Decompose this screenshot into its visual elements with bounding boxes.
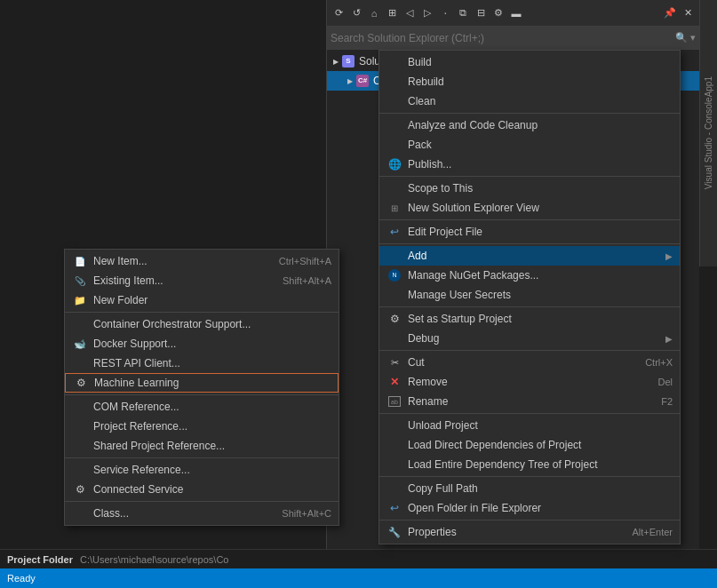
- toolbar-forward-icon[interactable]: ▷: [419, 5, 435, 21]
- add-menu-item-container-orchestrator[interactable]: Container Orchestrator Support...: [65, 314, 339, 334]
- add-menu-item-connected-service[interactable]: ⚙ Connected Service: [65, 480, 339, 499]
- menu-label-add: Add: [408, 250, 662, 262]
- toolbar-close-icon[interactable]: ✕: [680, 5, 696, 21]
- add-separator-3: [65, 457, 339, 458]
- container-orchestrator-icon: [72, 316, 88, 332]
- toolbar-properties-icon[interactable]: ⚙: [490, 5, 506, 21]
- search-box: 🔍 ▾: [327, 27, 699, 50]
- bottom-path-bar: Project Folder C:\Users\michael\source\r…: [0, 549, 717, 568]
- menu-label-load-direct: Load Direct Dependencies of Project: [408, 439, 673, 451]
- separator-2: [379, 176, 680, 177]
- expand-arrow-solution: ▶: [331, 56, 341, 67]
- add-submenu: 📄 New Item... Ctrl+Shift+A 📎 Existing It…: [64, 249, 339, 526]
- menu-item-load-direct[interactable]: Load Direct Dependencies of Project: [379, 435, 680, 455]
- toolbar-back-icon[interactable]: ◁: [402, 5, 418, 21]
- add-menu-item-project-reference[interactable]: Project Reference...: [65, 417, 339, 436]
- toolbar-refresh-icon[interactable]: ↺: [348, 5, 364, 21]
- nuget-icon: N: [386, 267, 402, 283]
- add-separator-1: [65, 312, 339, 313]
- menu-item-clean[interactable]: Clean: [379, 91, 680, 111]
- analyze-icon: [386, 117, 402, 133]
- add-menu-item-com-reference[interactable]: COM Reference...: [65, 397, 339, 417]
- menu-item-open-folder[interactable]: ↩ Open Folder in File Explorer: [379, 498, 680, 518]
- com-reference-icon: [72, 399, 88, 415]
- menu-label-debug: Debug: [408, 332, 662, 345]
- add-menu-label-machine-learning: Machine Learning: [94, 377, 331, 389]
- menu-item-rename[interactable]: ab Rename F2: [379, 392, 680, 411]
- startup-icon: ⚙: [386, 311, 402, 327]
- load-direct-icon: [386, 437, 402, 453]
- add-menu-label-service-reference: Service Reference...: [93, 464, 331, 476]
- menu-label-properties: Properties: [408, 526, 614, 538]
- menu-item-analyze[interactable]: Analyze and Code Cleanup: [379, 115, 680, 135]
- menu-label-rebuild: Rebuild: [408, 75, 673, 88]
- menu-item-edit-project[interactable]: ↩ Edit Project File: [379, 222, 680, 242]
- add-menu-item-shared-project[interactable]: Shared Project Reference...: [65, 436, 339, 456]
- add-menu-label-existing-item: Existing Item...: [93, 274, 265, 287]
- vertical-tab-strip: Visual Studio - ConsoleApp1: [699, 0, 717, 266]
- toolbar-filter-icon[interactable]: ⊟: [473, 5, 489, 21]
- remove-icon: ✕: [386, 374, 402, 390]
- add-menu-item-docker-support[interactable]: 🐋 Docker Support...: [65, 334, 339, 354]
- menu-label-scope: Scope to This: [408, 182, 673, 195]
- toolbar-collapse-icon[interactable]: ▬: [508, 5, 524, 21]
- new-item-icon: 📄: [72, 253, 88, 269]
- menu-item-user-secrets[interactable]: Manage User Secrets: [379, 285, 680, 305]
- menu-item-copy-path[interactable]: Copy Full Path: [379, 479, 680, 498]
- search-button[interactable]: 🔍 ▾: [675, 32, 696, 44]
- add-menu-label-new-item: New Item...: [93, 255, 261, 267]
- menu-item-pack[interactable]: Pack: [379, 135, 680, 155]
- separator-5: [379, 306, 680, 307]
- add-menu-item-new-item[interactable]: 📄 New Item... Ctrl+Shift+A: [65, 251, 339, 271]
- path-value: C:\Users\michael\source\repos\Co: [80, 554, 229, 565]
- menu-label-open-folder: Open Folder in File Explorer: [408, 502, 673, 514]
- menu-item-add[interactable]: Add ▶: [379, 246, 680, 266]
- project-icon: C#: [355, 74, 370, 88]
- toolbar-settings-icon[interactable]: ⬝: [437, 5, 453, 21]
- menu-label-unload: Unload Project: [408, 419, 673, 432]
- menu-item-unload[interactable]: Unload Project: [379, 416, 680, 435]
- vertical-tab-label: Visual Studio - ConsoleApp1: [704, 76, 713, 189]
- add-menu-item-machine-learning[interactable]: ⚙ Machine Learning: [65, 373, 339, 393]
- properties-shortcut: Alt+Enter: [632, 527, 673, 537]
- add-menu-item-new-folder[interactable]: 📁 New Folder: [65, 290, 339, 310]
- add-menu-label-class: Class...: [93, 507, 264, 520]
- menu-item-startup[interactable]: ⚙ Set as Startup Project: [379, 309, 680, 329]
- menu-label-edit-project: Edit Project File: [408, 226, 673, 238]
- toolbar-home-icon[interactable]: ⌂: [366, 5, 382, 21]
- toolbar-sync-icon[interactable]: ⟳: [331, 5, 347, 21]
- menu-item-publish[interactable]: 🌐 Publish...: [379, 155, 680, 174]
- menu-item-rebuild[interactable]: Rebuild: [379, 72, 680, 91]
- context-menu: Build Rebuild Clean Analyze and Code Cle…: [378, 50, 681, 544]
- user-secrets-icon: [386, 287, 402, 303]
- menu-item-load-entire[interactable]: Load Entire Dependency Tree of Project: [379, 455, 680, 474]
- expand-arrow-project: ▶: [345, 75, 355, 86]
- search-input[interactable]: [331, 32, 675, 44]
- copy-path-icon: [386, 481, 402, 497]
- menu-item-build[interactable]: Build: [379, 52, 680, 72]
- separator-7: [379, 413, 680, 414]
- menu-item-remove[interactable]: ✕ Remove Del: [379, 372, 680, 392]
- debug-icon: [386, 330, 402, 346]
- menu-item-debug[interactable]: Debug ▶: [379, 329, 680, 348]
- add-menu-label-com-reference: COM Reference...: [93, 401, 331, 413]
- menu-item-scope[interactable]: Scope to This: [379, 179, 680, 198]
- toolbar-pin-icon[interactable]: 📌: [662, 5, 678, 21]
- menu-label-nuget: Manage NuGet Packages...: [408, 269, 673, 282]
- add-menu-item-existing-item[interactable]: 📎 Existing Item... Shift+Alt+A: [65, 271, 339, 290]
- new-item-shortcut: Ctrl+Shift+A: [279, 256, 331, 266]
- properties-icon: 🔧: [386, 524, 402, 540]
- menu-item-cut[interactable]: ✂ Cut Ctrl+X: [379, 353, 680, 372]
- add-menu-item-service-reference[interactable]: Service Reference...: [65, 460, 339, 480]
- toolbar-stack-icon[interactable]: ⧉: [455, 5, 471, 21]
- toolbar-view-icon[interactable]: ⊞: [384, 5, 400, 21]
- add-menu-item-class[interactable]: Class... Shift+Alt+C: [65, 504, 339, 523]
- menu-item-nuget[interactable]: N Manage NuGet Packages...: [379, 266, 680, 285]
- menu-item-new-solution-view[interactable]: ⊞ New Solution Explorer View: [379, 198, 680, 218]
- add-menu-item-rest-api[interactable]: REST API Client...: [65, 354, 339, 373]
- new-folder-icon: 📁: [72, 292, 88, 308]
- menu-item-properties[interactable]: 🔧 Properties Alt+Enter: [379, 522, 680, 542]
- scope-icon: [386, 180, 402, 196]
- separator-4: [379, 243, 680, 244]
- solution-explorer-toolbar: ⟳ ↺ ⌂ ⊞ ◁ ▷ ⬝ ⧉ ⊟ ⚙ ▬ 📌 ✕: [327, 0, 699, 27]
